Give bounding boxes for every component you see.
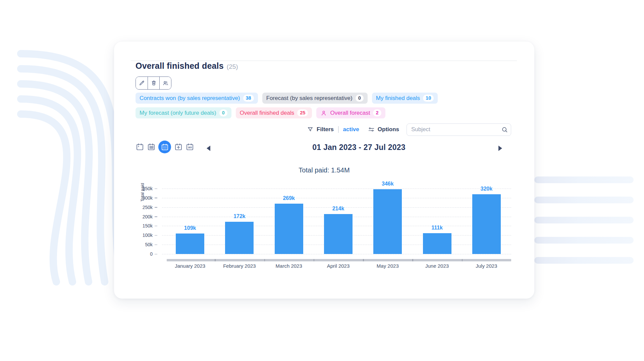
chip-count-badge: 38 (243, 95, 254, 102)
options-button[interactable]: Options (368, 126, 399, 133)
pencil-icon (139, 80, 145, 86)
y-tick-label: 200k (114, 214, 153, 219)
x-axis-scrollbar[interactable] (167, 259, 511, 261)
calendar-day-icon (136, 143, 144, 151)
subject-search-input[interactable] (407, 123, 511, 136)
gridline (162, 189, 511, 189)
scrollbar-separator (363, 259, 364, 261)
y-tick-mark (155, 254, 157, 255)
calendar-view-custom-range-button[interactable] (174, 143, 182, 151)
calendar-year-icon: 365 (186, 143, 194, 151)
calendar-view-day-button[interactable] (136, 143, 144, 151)
chip-count-badge: 0 (356, 95, 364, 102)
calendar-month-icon (161, 143, 169, 151)
svg-text:365: 365 (188, 146, 192, 149)
users-icon (162, 80, 169, 86)
y-tick-label: 300k (114, 195, 153, 201)
filters-button[interactable]: Filters (307, 126, 334, 133)
sliders-icon (368, 126, 375, 133)
y-tick-mark (155, 235, 157, 236)
filter-chip[interactable]: Contracts won (by sales representative)3… (136, 93, 258, 104)
x-tick-label: May 2023 (363, 263, 412, 269)
y-tick-mark (155, 245, 157, 245)
filter-chip[interactable]: Forecast (by sales representative)0 (262, 93, 368, 104)
x-tick-label: June 2023 (412, 263, 462, 269)
trash-icon (151, 80, 157, 86)
gridline (162, 254, 511, 254)
subject-search (407, 123, 511, 136)
bar-May 2023[interactable] (373, 189, 402, 254)
bar-value-label: 214k (314, 206, 363, 212)
filters-label: Filters (317, 126, 334, 133)
filter-chips-row-2: My forecast (only future deals)0Overall … (136, 107, 385, 118)
card-toolbar (136, 76, 171, 90)
chip-label: Overall forecast (330, 110, 370, 116)
search-icon[interactable] (501, 126, 508, 133)
bar-April 2023[interactable] (324, 214, 353, 254)
scrollbar-separator (264, 259, 265, 261)
bar-February 2023[interactable] (225, 222, 254, 254)
dashboard-card: Overall finished deals(25) Contracts won… (114, 42, 534, 299)
filter-chip[interactable]: Overall finished deals25 (236, 107, 312, 118)
bar-value-label: 172k (215, 213, 264, 219)
calendar-view-month-button[interactable] (158, 141, 171, 153)
y-tick-label: 50k (114, 242, 153, 247)
filter-chip[interactable]: Overall forecast2 (316, 107, 385, 118)
active-filter-label[interactable]: active (343, 126, 359, 133)
y-tick-mark (155, 189, 157, 189)
calendar-view-week-button[interactable] (147, 143, 155, 151)
y-tick-label: 150k (114, 223, 153, 228)
date-range-label: 01 Jan 2023 - 27 Jul 2023 (295, 143, 423, 152)
page-background: Overall finished deals(25) Contracts won… (0, 0, 644, 361)
scrollbar-separator (462, 259, 463, 261)
chip-count-badge: 2 (373, 109, 381, 116)
chip-label: Contracts won (by sales representative) (140, 95, 240, 102)
background-stripe (534, 237, 634, 244)
card-header: Overall finished deals(25) (136, 61, 238, 71)
x-tick-label: April 2023 (314, 263, 363, 269)
person-icon (320, 110, 327, 116)
bar-January 2023[interactable] (176, 234, 204, 254)
chip-label: Overall finished deals (240, 110, 294, 116)
calendar-view-year-button[interactable]: 365 (185, 143, 194, 151)
next-period-button[interactable] (498, 146, 502, 151)
background-stripe (534, 197, 634, 203)
y-tick-label: 350k (114, 186, 153, 191)
y-tick-mark (155, 207, 157, 208)
background-stripe (534, 176, 634, 183)
options-label: Options (378, 126, 399, 133)
y-tick-mark (155, 226, 157, 226)
bar-June 2023[interactable] (423, 233, 451, 254)
chip-count-badge: 0 (219, 109, 227, 116)
edit-button[interactable] (136, 77, 148, 89)
bar-July 2023[interactable] (472, 194, 501, 254)
funnel-icon (307, 126, 314, 133)
bar-March 2023[interactable] (275, 204, 303, 254)
chart-total-label: Total paid: 1.54M (114, 166, 534, 174)
bar-value-label: 109k (165, 225, 215, 231)
scrollbar-separator (314, 259, 315, 261)
bar-value-label: 111k (412, 225, 462, 231)
y-tick-mark (155, 198, 157, 198)
chip-label: My forecast (only future deals) (140, 110, 216, 116)
page-title: Overall finished deals (136, 61, 224, 70)
delete-button[interactable] (148, 77, 159, 89)
prev-period-button[interactable] (207, 146, 210, 151)
x-tick-label: July 2023 (462, 263, 511, 269)
chip-count-badge: 10 (423, 95, 434, 102)
x-tick-label: January 2023 (165, 263, 215, 269)
background-stripe (534, 257, 634, 264)
share-users-button[interactable] (159, 77, 171, 89)
bar-value-label: 269k (264, 195, 314, 201)
y-tick-label: 0 (114, 251, 153, 257)
calendar-week-icon (147, 143, 155, 151)
bar-value-label: 346k (363, 181, 412, 187)
filter-chip[interactable]: My finished deals10 (372, 93, 438, 104)
title-count: (25) (227, 63, 238, 70)
y-tick-mark (155, 216, 157, 217)
y-tick-label: 250k (114, 205, 153, 210)
chip-count-badge: 25 (297, 109, 308, 116)
x-tick-label: February 2023 (215, 263, 264, 269)
chip-label: My finished deals (376, 95, 420, 102)
filter-chip[interactable]: My forecast (only future deals)0 (136, 107, 231, 118)
